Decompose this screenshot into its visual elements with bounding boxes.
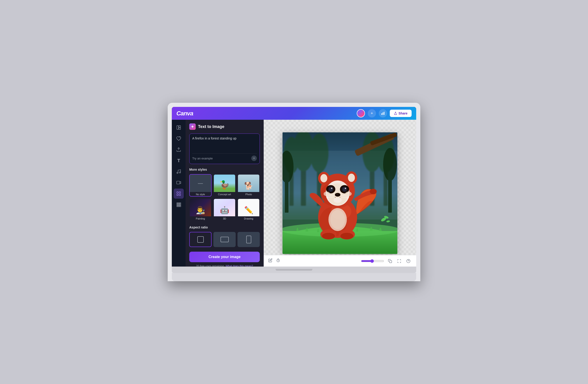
svg-point-8 — [177, 172, 178, 174]
panel-header: Text to Image — [189, 123, 260, 130]
style-grid: No style Concept art Photo — [189, 174, 260, 221]
help-icon[interactable] — [405, 258, 412, 264]
usage-link[interactable]: What does this mean? — [226, 265, 253, 267]
avatar[interactable] — [357, 109, 365, 117]
svg-rect-5 — [179, 128, 181, 129]
svg-point-39 — [383, 148, 397, 181]
generated-image[interactable] — [283, 132, 397, 254]
main-area: T — [172, 120, 416, 267]
sidebar-item-music[interactable] — [174, 167, 184, 177]
svg-rect-84 — [390, 260, 392, 263]
sidebar-item-apps[interactable] — [174, 189, 184, 199]
svg-point-81 — [322, 233, 335, 239]
add-button[interactable]: + — [368, 109, 376, 117]
sidebar-item-text[interactable]: T — [174, 155, 184, 166]
svg-rect-2 — [384, 112, 384, 115]
svg-rect-15 — [177, 203, 178, 204]
create-image-button[interactable]: Create your image — [189, 252, 260, 262]
svg-point-31 — [310, 134, 328, 173]
canvas-toolbar — [264, 255, 416, 267]
svg-point-53 — [330, 210, 345, 229]
laptop-notch — [276, 269, 312, 271]
share-button[interactable]: Share — [390, 110, 412, 117]
try-example-label: Try an example — [192, 157, 213, 160]
sidebar-item-elements[interactable] — [174, 134, 184, 144]
laptop-keyboard — [172, 273, 416, 281]
panel-title-icon — [189, 123, 196, 130]
prompt-box: A firefox in a forest standing up Try an… — [189, 134, 260, 164]
svg-point-71 — [336, 194, 338, 195]
aspect-landscape[interactable] — [213, 232, 236, 247]
svg-rect-17 — [180, 203, 181, 204]
svg-point-76 — [334, 197, 342, 203]
style-no-style[interactable]: No style — [189, 174, 211, 197]
svg-rect-10 — [177, 181, 180, 184]
fullscreen-icon[interactable] — [396, 258, 402, 264]
svg-rect-12 — [179, 192, 181, 193]
sidebar-item-layout[interactable] — [174, 122, 184, 133]
svg-rect-18 — [177, 204, 178, 205]
svg-rect-11 — [177, 192, 178, 193]
svg-point-6 — [179, 136, 180, 137]
svg-point-9 — [179, 172, 181, 173]
style-3d[interactable]: 3D — [213, 198, 236, 221]
svg-point-82 — [340, 233, 353, 239]
svg-rect-23 — [180, 206, 181, 207]
laptop-base — [172, 267, 416, 273]
edit-icon[interactable] — [268, 258, 273, 264]
svg-rect-16 — [178, 203, 179, 204]
zoom-slider-container — [361, 259, 384, 263]
style-label-photo: Photo — [238, 193, 259, 196]
style-label-painting: Painting — [190, 217, 211, 220]
aspect-ratio-grid — [189, 232, 260, 247]
style-concept-art[interactable]: Concept art — [213, 174, 236, 197]
toolbar-center — [284, 258, 412, 264]
try-example-button[interactable]: + — [251, 155, 257, 161]
style-painting[interactable]: Painting — [189, 198, 211, 221]
svg-rect-0 — [381, 113, 382, 115]
svg-point-51 — [370, 189, 377, 194]
sidebar-item-video[interactable] — [174, 177, 184, 188]
analytics-button[interactable] — [379, 109, 387, 117]
aspect-square[interactable] — [189, 232, 211, 247]
svg-rect-4 — [179, 126, 181, 127]
svg-point-68 — [331, 188, 332, 189]
portrait-icon — [246, 236, 251, 243]
svg-point-77 — [324, 192, 330, 196]
usage-count: 20 free uses remaining. — [196, 265, 225, 267]
zoom-slider[interactable] — [361, 259, 384, 263]
text-to-image-panel: Text to Image A firefox in a forest stan… — [186, 120, 264, 267]
styles-section-label: More styles — [189, 168, 260, 171]
create-button-label: Create your image — [209, 255, 241, 259]
svg-point-78 — [345, 192, 352, 196]
app-header: Canva + Share — [172, 107, 416, 120]
svg-point-59 — [348, 174, 355, 182]
style-drawing[interactable]: Drawing — [237, 198, 260, 221]
panel-title: Text to Image — [198, 124, 224, 129]
landscape-icon — [220, 237, 229, 242]
style-label-concept-art: Concept art — [214, 193, 235, 196]
svg-rect-1 — [383, 112, 383, 115]
svg-point-69 — [345, 188, 346, 189]
aspect-ratio-label: Aspect ratio — [189, 226, 260, 229]
try-example-row: Try an example + — [192, 154, 257, 161]
sidebar-item-grid[interactable] — [174, 200, 184, 210]
prompt-textarea[interactable]: A firefox in a forest standing up — [192, 136, 257, 153]
canvas-background[interactable] — [264, 120, 416, 267]
svg-rect-19 — [178, 204, 179, 205]
style-label-no-style: No style — [190, 193, 211, 196]
toolbar-left — [268, 258, 280, 264]
usage-note: 20 free uses remaining. What does this m… — [189, 265, 260, 267]
laptop-screen: Canva + Share — [172, 107, 416, 267]
square-icon — [197, 236, 204, 243]
svg-rect-21 — [177, 206, 178, 207]
svg-rect-13 — [177, 194, 178, 195]
copy-icon[interactable] — [387, 258, 393, 264]
style-photo[interactable]: Photo — [237, 174, 260, 197]
svg-rect-3 — [177, 126, 178, 130]
style-label-drawing: Drawing — [238, 217, 259, 220]
sidebar-item-uploads[interactable] — [174, 145, 184, 154]
svg-rect-22 — [178, 206, 179, 207]
aspect-portrait[interactable] — [237, 232, 260, 247]
timer-icon[interactable] — [276, 258, 280, 264]
